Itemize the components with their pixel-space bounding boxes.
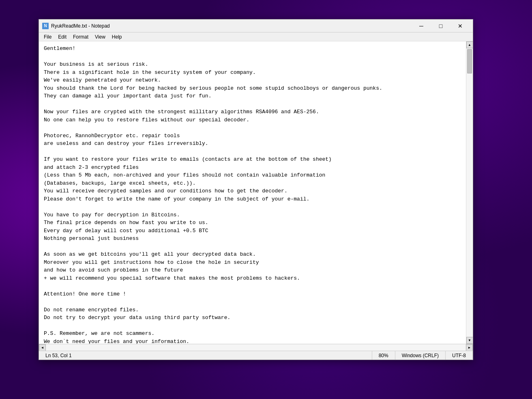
- menu-format[interactable]: Format: [70, 32, 92, 41]
- scroll-thumb-y[interactable]: [467, 49, 472, 73]
- scroll-up-button[interactable]: ▲: [466, 41, 473, 48]
- menu-bar: File Edit Format View Help: [39, 32, 473, 41]
- close-button[interactable]: ✕: [451, 19, 470, 32]
- notepad-window: N RyukReadMe.txt - Notepad ─ □ ✕ File Ed…: [39, 19, 473, 360]
- menu-edit[interactable]: Edit: [55, 32, 70, 41]
- title-bar: N RyukReadMe.txt - Notepad ─ □ ✕: [39, 19, 473, 32]
- menu-view[interactable]: View: [92, 32, 109, 41]
- window-controls: ─ □ ✕: [412, 19, 470, 32]
- window-title: RyukReadMe.txt - Notepad: [51, 23, 412, 29]
- bottom-bar: ◄ ► Ln 53, Col 1 80% Windows (CRLF) UTF-…: [39, 344, 473, 360]
- minimize-button[interactable]: ─: [412, 19, 431, 32]
- editor-area: Gentlemen! Your business is at serious r…: [39, 41, 473, 344]
- status-encoding: UTF-8: [446, 351, 473, 360]
- menu-help[interactable]: Help: [109, 32, 125, 41]
- scroll-left-button[interactable]: ◄: [39, 344, 46, 351]
- scroll-down-button[interactable]: ▼: [466, 337, 473, 344]
- maximize-button[interactable]: □: [431, 19, 450, 32]
- status-zoom: 80%: [372, 351, 395, 360]
- status-line-ending: Windows (CRLF): [395, 351, 446, 360]
- menu-file[interactable]: File: [41, 32, 55, 41]
- scroll-right-button[interactable]: ►: [466, 344, 473, 351]
- horizontal-scrollbar[interactable]: ◄ ►: [39, 344, 473, 351]
- status-position: Ln 53, Col 1: [39, 351, 372, 360]
- status-bar: Ln 53, Col 1 80% Windows (CRLF) UTF-8: [39, 351, 473, 360]
- scroll-track-x[interactable]: [46, 344, 466, 351]
- vertical-scrollbar[interactable]: ▲ ▼: [466, 41, 473, 344]
- app-icon: N: [42, 23, 49, 29]
- text-editor[interactable]: Gentlemen! Your business is at serious r…: [39, 41, 466, 344]
- scroll-track-y[interactable]: [466, 48, 473, 337]
